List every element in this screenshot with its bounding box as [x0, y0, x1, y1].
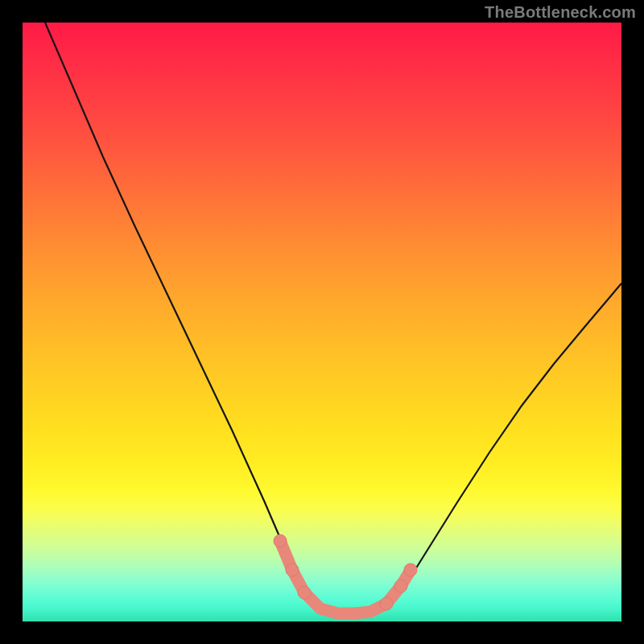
marker-dot [286, 564, 299, 576]
chart-svg [23, 23, 621, 621]
marker-dot [298, 586, 311, 599]
marker-dot [380, 597, 393, 610]
curve-right [353, 283, 621, 617]
marker-dot [404, 564, 417, 576]
chart-frame: TheBottleneck.com [0, 0, 644, 644]
bottleneck-curve [45, 23, 621, 617]
curve-left [45, 23, 353, 617]
chart-plot-area [23, 23, 621, 621]
curve-markers [274, 535, 417, 613]
marker-dot [394, 580, 407, 592]
watermark-text: TheBottleneck.com [485, 3, 636, 22]
marker-dot [274, 535, 287, 547]
